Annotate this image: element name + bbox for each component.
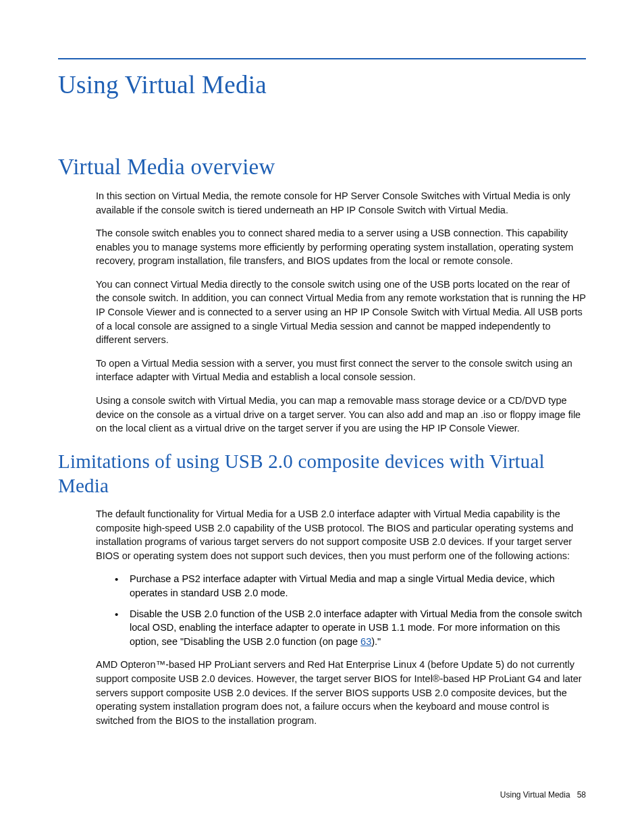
page-footer: Using Virtual Media 58 (500, 790, 586, 800)
overview-para-3: You can connect Virtual Media directly t… (96, 278, 586, 347)
page-container: Using Virtual Media Virtual Media overvi… (0, 0, 644, 764)
limitations-intro: The default functionality for Virtual Me… (96, 507, 586, 563)
overview-para-2: The console switch enables you to connec… (96, 226, 586, 268)
bullet-text-2-post: )." (371, 636, 381, 647)
bullet-text-2-pre: Disable the USB 2.0 function of the USB … (130, 608, 582, 647)
chapter-title: Using Virtual Media (58, 70, 586, 99)
limitations-body: The default functionality for Virtual Me… (96, 507, 586, 727)
overview-para-4: To open a Virtual Media session with a s… (96, 357, 586, 384)
footer-section: Using Virtual Media (500, 790, 570, 800)
top-rule (58, 58, 586, 59)
page-link-63[interactable]: 63 (360, 636, 371, 647)
overview-para-5: Using a console switch with Virtual Medi… (96, 394, 586, 436)
overview-para-1: In this section on Virtual Media, the re… (96, 189, 586, 217)
overview-body: In this section on Virtual Media, the re… (96, 189, 586, 436)
section-title: Virtual Media overview (58, 155, 586, 180)
footer-page-number: 58 (577, 790, 586, 800)
limitations-list: Purchase a PS2 interface adapter with Vi… (115, 572, 586, 648)
subsection-title: Limitations of using USB 2.0 composite d… (58, 449, 586, 498)
list-item: Purchase a PS2 interface adapter with Vi… (115, 572, 586, 600)
limitations-after: AMD Opteron™-based HP ProLiant servers a… (96, 658, 586, 727)
bullet-text-1: Purchase a PS2 interface adapter with Vi… (130, 573, 555, 598)
list-item: Disable the USB 2.0 function of the USB … (115, 607, 586, 649)
